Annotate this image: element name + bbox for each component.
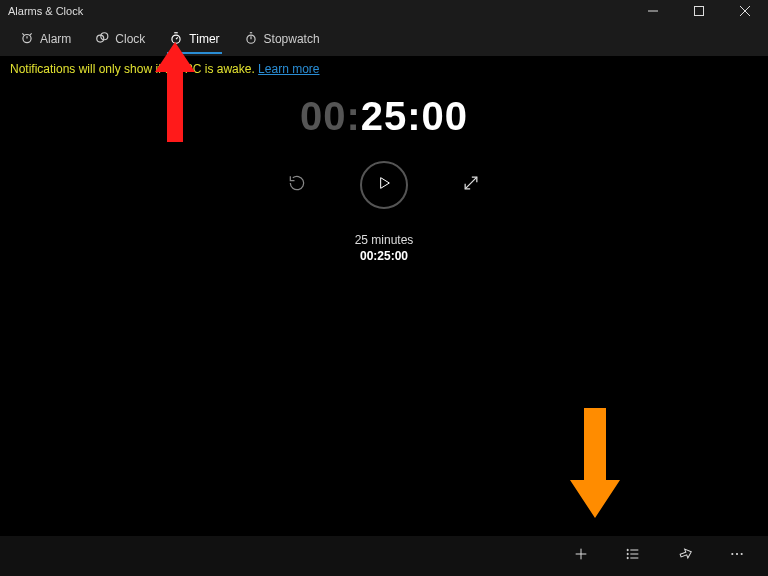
svg-point-25 [627,557,628,558]
close-button[interactable] [722,0,768,22]
stopwatch-icon [244,31,258,48]
more-button[interactable] [712,536,762,576]
svg-line-11 [176,37,178,39]
timer-name: 25 minutes [0,233,768,247]
notification-bar: Notifications will only show if the PC i… [0,56,768,82]
expand-icon [461,173,481,197]
reset-button[interactable] [284,172,310,198]
svg-point-23 [627,549,628,550]
play-icon [376,175,392,195]
list-icon [625,546,641,566]
timer-stage: 00:25:00 25 minutes 00:25:00 [0,82,768,534]
titlebar: Alarms & Clock [0,0,768,22]
clock-icon [95,31,109,48]
add-button[interactable] [556,536,606,576]
svg-line-17 [465,177,477,189]
plus-icon [573,546,589,566]
timer-minutes-seconds: 25:00 [361,94,468,139]
svg-line-7 [30,33,32,35]
tab-label: Clock [115,32,145,46]
minimize-button[interactable] [630,0,676,22]
learn-more-link[interactable]: Learn more [258,62,319,76]
annotation-arrow-orange [570,408,620,518]
svg-rect-1 [695,7,704,16]
svg-point-24 [627,553,628,554]
svg-marker-16 [381,178,390,189]
tab-bar: Alarm Clock Timer Stopwatch [0,22,768,56]
tab-clock[interactable]: Clock [83,22,157,56]
svg-point-28 [741,553,743,555]
command-bar [0,536,768,576]
annotation-arrow-red [155,42,195,142]
more-icon [729,546,745,566]
timer-hours: 00: [300,94,361,139]
pin-button[interactable] [660,536,710,576]
svg-point-26 [731,553,733,555]
timer-digits[interactable]: 00:25:00 [0,94,768,139]
window-title: Alarms & Clock [8,5,83,17]
play-button[interactable] [360,161,408,209]
alarm-icon [20,31,34,48]
svg-point-9 [101,32,108,39]
expand-button[interactable] [458,172,484,198]
pin-icon [677,546,693,566]
svg-point-27 [736,553,738,555]
tab-alarm[interactable]: Alarm [8,22,83,56]
svg-marker-29 [155,42,195,142]
list-button[interactable] [608,536,658,576]
svg-point-4 [23,34,31,42]
maximize-button[interactable] [676,0,722,22]
svg-point-8 [97,35,104,42]
svg-marker-30 [570,408,620,518]
notification-text: Notifications will only show if the PC i… [10,62,258,76]
tab-label: Stopwatch [264,32,320,46]
tab-stopwatch[interactable]: Stopwatch [232,22,332,56]
tab-label: Alarm [40,32,71,46]
timer-full-time: 00:25:00 [0,249,768,263]
reset-icon [287,173,307,197]
svg-line-6 [22,33,24,35]
